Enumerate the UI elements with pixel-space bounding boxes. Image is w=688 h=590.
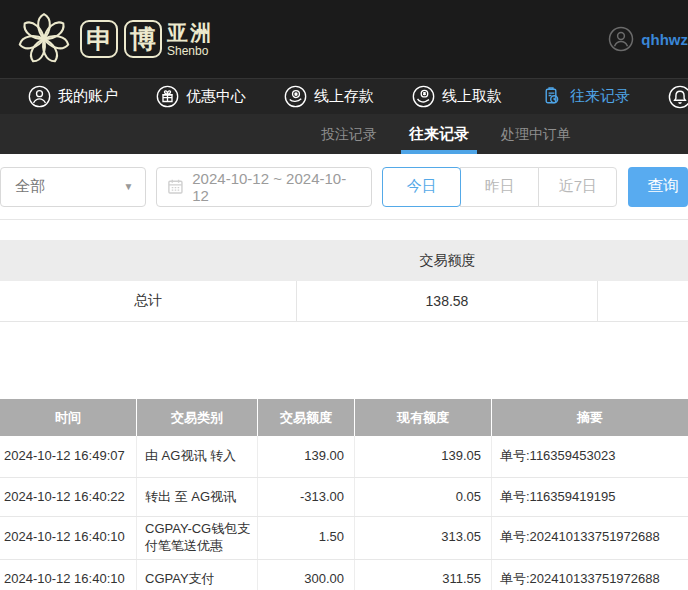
column-header-amount: 交易额度 xyxy=(258,399,355,436)
type-select-value: 全部 xyxy=(15,177,45,196)
user-area[interactable]: qhhwz xyxy=(608,0,688,78)
tab-pending-orders[interactable]: 处理中订单 xyxy=(493,114,579,154)
date-range-value: 2024-10-12 ~ 2024-10-12 xyxy=(192,170,361,204)
table-row: 2024-10-12 16:40:22 转出 至 AG视讯 -313.00 0.… xyxy=(0,478,688,517)
quick-date-buttons: 今日 昨日 近7日 xyxy=(382,167,617,207)
nav-label: 往来记录 xyxy=(570,87,630,106)
cell-type: CGPAY支付 xyxy=(137,560,258,590)
cell-type: 由 AG视讯 转入 xyxy=(137,436,258,477)
cell-balance: 139.05 xyxy=(355,436,492,477)
active-tab-underline xyxy=(401,150,477,154)
summary-total-extra xyxy=(598,281,688,321)
column-header-balance: 现有额度 xyxy=(355,399,492,436)
nav-item-transaction-records[interactable]: 往来记录 xyxy=(540,85,630,108)
summary-header-row: 交易额度 xyxy=(0,240,688,281)
page: 申 博 亚洲 Shenbo qhhwz 我的账户 xyxy=(0,0,688,590)
cell-time: 2024-10-12 16:49:07 xyxy=(0,436,137,477)
nav-label: 线上取款 xyxy=(442,87,502,106)
table-row: 2024-10-12 16:40:10 CGPAY-CG钱包支付笔笔送优惠 1.… xyxy=(0,517,688,560)
record-tabs: 投注记录 往来记录 处理中订单 xyxy=(0,114,688,154)
table-row: 2024-10-12 16:49:07 由 AG视讯 转入 139.00 139… xyxy=(0,436,688,478)
brand-logo[interactable]: 申 博 亚洲 Shenbo xyxy=(14,8,213,70)
spacer xyxy=(0,322,688,399)
type-select[interactable]: 全部 ▼ xyxy=(0,167,146,207)
summary-header-amount: 交易额度 xyxy=(297,240,598,281)
summary-header-empty xyxy=(0,240,297,281)
calendar-icon xyxy=(167,178,184,195)
cell-amount: 139.00 xyxy=(258,436,355,477)
cell-time: 2024-10-12 16:40:10 xyxy=(0,560,137,590)
column-header-summary: 摘要 xyxy=(492,399,688,436)
nav-item-withdraw[interactable]: 线上取款 xyxy=(412,85,502,108)
search-button[interactable]: 查询 xyxy=(628,167,688,207)
logo-subtitle: Shenbo xyxy=(167,45,213,57)
withdraw-icon xyxy=(412,85,435,108)
nav-item-my-account[interactable]: 我的账户 xyxy=(28,85,118,108)
tab-betting-records[interactable]: 投注记录 xyxy=(313,114,385,154)
summary-header-extra xyxy=(598,240,688,281)
cell-type: 转出 至 AG视讯 xyxy=(137,478,258,516)
nav-label: 我的账户 xyxy=(58,87,118,106)
today-button[interactable]: 今日 xyxy=(382,167,461,207)
cell-order-number: 单号:202410133751972688 xyxy=(492,517,688,559)
logo-char-bo: 博 xyxy=(124,20,162,58)
summary-total-label: 总计 xyxy=(0,281,297,321)
last7days-button[interactable]: 近7日 xyxy=(538,167,617,207)
yesterday-button[interactable]: 昨日 xyxy=(460,167,539,207)
cell-balance: 0.05 xyxy=(355,478,492,516)
top-header: 申 博 亚洲 Shenbo qhhwz xyxy=(0,0,688,78)
cell-order-number: 单号:116359419195 xyxy=(492,478,688,516)
flower-logo-icon xyxy=(14,8,74,70)
nav-label: 优惠中心 xyxy=(186,87,246,106)
nav-label: 线上存款 xyxy=(314,87,374,106)
cell-type: CGPAY-CG钱包支付笔笔送优惠 xyxy=(137,517,258,559)
gift-icon xyxy=(156,85,179,108)
records-icon xyxy=(540,85,563,108)
user-avatar-icon xyxy=(608,26,634,52)
summary-total-value: 138.58 xyxy=(297,281,598,321)
logo-text-column: 亚洲 Shenbo xyxy=(167,22,213,57)
main-navigation: 我的账户 优惠中心 线上存款 xyxy=(0,78,688,114)
nav-item-announcements[interactable] xyxy=(668,85,688,109)
cell-amount: -313.00 xyxy=(258,478,355,516)
cell-amount: 300.00 xyxy=(258,560,355,590)
nav-item-promotions[interactable]: 优惠中心 xyxy=(156,85,246,108)
chevron-down-icon: ▼ xyxy=(124,181,134,192)
nav-item-deposit[interactable]: 线上存款 xyxy=(284,85,374,108)
deposit-icon xyxy=(284,85,307,108)
tab-label: 往来记录 xyxy=(409,125,469,142)
tab-transaction-records[interactable]: 往来记录 xyxy=(401,114,477,154)
bell-icon xyxy=(668,85,688,109)
date-range-input[interactable]: 2024-10-12 ~ 2024-10-12 xyxy=(156,167,372,207)
column-header-time: 时间 xyxy=(0,399,137,436)
cell-order-number: 单号:116359453023 xyxy=(492,436,688,477)
column-header-type: 交易类别 xyxy=(137,399,258,436)
cell-amount: 1.50 xyxy=(258,517,355,559)
cell-balance: 311.55 xyxy=(355,560,492,590)
cell-time: 2024-10-12 16:40:10 xyxy=(0,517,137,559)
user-icon xyxy=(28,85,51,108)
cell-balance: 313.05 xyxy=(355,517,492,559)
cell-order-number: 单号:202410133751972688 xyxy=(492,560,688,590)
cell-time: 2024-10-12 16:40:22 xyxy=(0,478,137,516)
table-row: 2024-10-12 16:40:10 CGPAY支付 300.00 311.5… xyxy=(0,560,688,590)
filter-bar: 全部 ▼ 2024-10-12 ~ 2024-10-12 今日 昨日 近7日 查… xyxy=(0,154,688,220)
summary-total-row: 总计 138.58 xyxy=(0,281,688,322)
table-header-row: 时间 交易类别 交易额度 现有额度 摘要 xyxy=(0,399,688,436)
logo-char-shen: 申 xyxy=(80,20,118,58)
logo-region-label: 亚洲 xyxy=(167,22,213,43)
username-label[interactable]: qhhwz xyxy=(641,31,688,48)
spacer xyxy=(0,220,688,240)
